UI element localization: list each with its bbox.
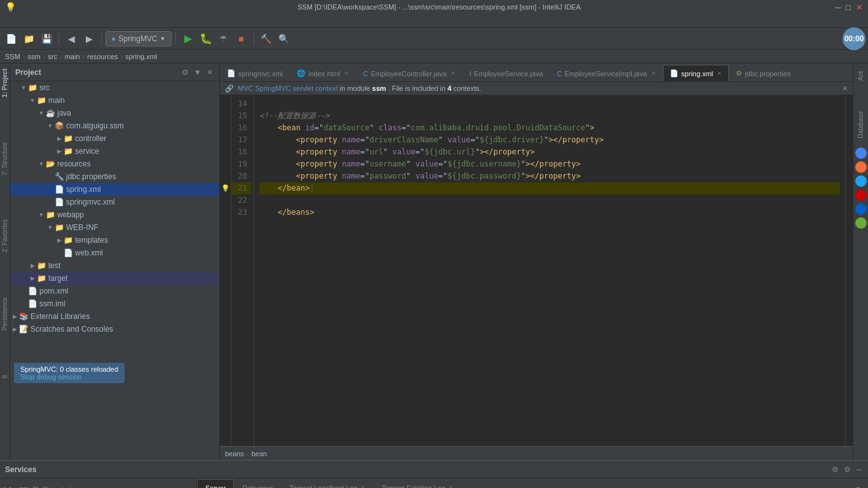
stop-button[interactable]: ■ [233, 30, 250, 47]
tree-item-webxml[interactable]: ▶ 📄 web.xml [10, 247, 219, 259]
code-editor[interactable]: 💡 14 15 16 17 18 19 20 21 22 23 <!--配置 [220, 95, 853, 446]
sidebar-6-tab[interactable]: 6 [1, 372, 8, 381]
tab-employee-service-impl[interactable]: C EmployeeServiceImpl.java ✕ [550, 65, 663, 81]
tab-employee-controller[interactable]: C EmployeeController.java ✕ [356, 65, 462, 81]
tab-close-button[interactable]: ✕ [651, 70, 656, 77]
tree-item-webinf[interactable]: ▼ 📁 WEB-INF [10, 221, 219, 234]
tooltip-line2[interactable]: Stop debug session [20, 373, 118, 381]
tab-jdbc-properties[interactable]: ⚙ jdbc.properties [729, 65, 797, 81]
services-add[interactable]: + [59, 484, 66, 489]
save-button[interactable]: 💾 [38, 30, 55, 47]
services-stop-all[interactable]: ■■ [18, 484, 30, 489]
run-button[interactable]: ▶ [180, 30, 196, 47]
breadcrumb-spring-xml[interactable]: spring.xml [125, 53, 157, 60]
breadcrumb-resources[interactable]: resources [87, 53, 118, 60]
back-button[interactable]: ◀ [63, 30, 79, 47]
ant-sidebar-tab[interactable]: Ant [857, 69, 864, 83]
open-button[interactable]: 📁 [20, 30, 37, 47]
tree-item-webapp[interactable]: ▼ 📁 webapp [10, 208, 219, 221]
breadcrumb-ssm2[interactable]: ssm [28, 53, 41, 60]
branch-selector[interactable]: ● SpringMVC ▼ [105, 31, 172, 46]
tab-employee-service[interactable]: I EmployeeService.java [463, 65, 550, 81]
service-tab-localhost-log[interactable]: Tomcat Localhost Log ✕ [281, 479, 374, 488]
tab-index-html[interactable]: 🌐 index.html ✕ [290, 65, 356, 81]
output-down-button[interactable]: ↓ [834, 484, 841, 488]
tab-close-button[interactable]: ✕ [717, 70, 722, 77]
breadcrumb-beans[interactable]: beans [225, 450, 244, 458]
edge-icon[interactable] [855, 175, 867, 187]
services-filter[interactable]: ▽ [41, 484, 50, 489]
sidebar-project-tab[interactable]: 1: Project [1, 66, 8, 100]
services-scroll-to[interactable]: ⌖ [51, 484, 58, 489]
breadcrumb-main[interactable]: main [65, 53, 80, 60]
tree-item-java[interactable]: ▼ ☕ java [10, 107, 219, 119]
info-close[interactable]: ✕ [842, 85, 848, 93]
new-file-button[interactable]: 📄 [3, 30, 19, 47]
tree-item-scratches[interactable]: ▶ 📝 Scratches and Consoles [10, 323, 219, 336]
breadcrumb-ssm[interactable]: SSM [5, 53, 20, 60]
close-button[interactable]: ✕ [856, 3, 863, 12]
minimize-button[interactable]: ─ [835, 3, 841, 12]
service-tab-server[interactable]: Server [197, 479, 234, 488]
tree-item-iml[interactable]: ▶ 📄 ssm.iml [10, 297, 219, 310]
panel-collapse-button[interactable]: ▼ [193, 67, 203, 78]
panel-close-button[interactable]: ✕ [205, 67, 214, 78]
panel-settings-button[interactable]: ⚙ [180, 67, 190, 78]
opera-icon[interactable] [855, 189, 867, 201]
tree-item-pom[interactable]: ▶ 📄 pom.xml [10, 285, 219, 297]
services-run-all[interactable]: ▶▶ [3, 484, 17, 489]
sidebar-persistence-tab[interactable]: Persistence [1, 295, 8, 333]
safari-icon[interactable] [855, 217, 867, 229]
services-move-to-bottom[interactable]: ↓ [81, 484, 88, 489]
tree-item-jdbc[interactable]: ▶ 🔧 jdbc.properties [10, 170, 219, 183]
chrome-icon[interactable] [855, 147, 867, 159]
tree-item-src[interactable]: ▼ 📁 src [10, 81, 219, 94]
output-settings-button[interactable]: ⚙ [853, 484, 863, 488]
database-sidebar-tab[interactable]: Database [857, 109, 864, 141]
search-button[interactable]: 🔍 [276, 30, 292, 47]
tree-arrow: ▼ [37, 110, 46, 116]
tab-close-button[interactable]: ✕ [448, 484, 453, 488]
output-wrap-button[interactable]: ⇒ [843, 484, 851, 488]
tree-item-main[interactable]: ▼ 📁 main [10, 94, 219, 107]
tree-item-templates[interactable]: ▶ 📁 templates [10, 234, 219, 247]
services-settings-button[interactable]: ⚙ [831, 464, 840, 475]
breadcrumb-src[interactable]: src [48, 53, 57, 60]
tree-item-controller[interactable]: ▶ 📁 controller [10, 132, 219, 145]
code-line-22 [259, 194, 840, 207]
service-tab-catalina-log[interactable]: Tomcat Catalina Log ✕ [374, 479, 461, 488]
services-gear-button[interactable]: ⚙ [843, 464, 852, 475]
tree-item-test[interactable]: ▶ 📁 test [10, 259, 219, 272]
tree-item-springmvc-xml[interactable]: ▶ 📄 springmvc.xml [10, 196, 219, 208]
tree-item-spring-xml[interactable]: ▶ 📄 spring.xml [10, 183, 219, 196]
breadcrumb-bean[interactable]: bean [252, 450, 267, 458]
coverage-button[interactable]: ☂ [215, 30, 232, 47]
tree-item-service[interactable]: ▶ 📁 service [10, 145, 219, 158]
tree-item-ext-libs[interactable]: ▶ 📚 External Libraries [10, 310, 219, 323]
maximize-button[interactable]: □ [846, 3, 851, 12]
tab-close-button[interactable]: ✕ [344, 70, 349, 77]
code-content[interactable]: <!--配置数据源--> < bean id =" dataSource " c… [254, 95, 845, 446]
tab-springmvc-xml[interactable]: 📄 springmvc.xml [220, 65, 290, 81]
output-up-button[interactable]: ↑ [826, 484, 832, 488]
tree-item-package[interactable]: ▼ 📦 com.atguigu.ssm [10, 119, 219, 132]
tree-item-target[interactable]: ▶ 📁 target [10, 272, 219, 285]
debug-button[interactable]: 🐛 [198, 30, 214, 47]
tab-close-button[interactable]: ✕ [360, 484, 365, 488]
sidebar-structure-tab[interactable]: 7: Structure [1, 140, 8, 178]
services-minimize-button[interactable]: ─ [855, 464, 863, 475]
services-group[interactable]: ⊞ [31, 484, 40, 489]
firefox-icon[interactable] [855, 161, 867, 173]
services-move-to-top[interactable]: ↑ [74, 484, 80, 489]
window-controls[interactable]: ─ □ ✕ [835, 3, 863, 12]
tab-spring-xml[interactable]: 📄 spring.xml ✕ [663, 65, 729, 81]
ie-icon[interactable] [855, 203, 867, 215]
sidebar-favorites-tab[interactable]: 2: Favorites [1, 217, 8, 255]
build-button[interactable]: 🔨 [258, 30, 275, 47]
right-scrollbar[interactable] [845, 95, 853, 446]
service-tab-debugger[interactable]: Debugger [234, 479, 281, 488]
tree-arrow: ▶ [10, 326, 19, 332]
tree-item-resources[interactable]: ▼ 📂 resources [10, 158, 219, 170]
tab-close-button[interactable]: ✕ [451, 70, 456, 77]
forward-button[interactable]: ▶ [81, 30, 97, 47]
